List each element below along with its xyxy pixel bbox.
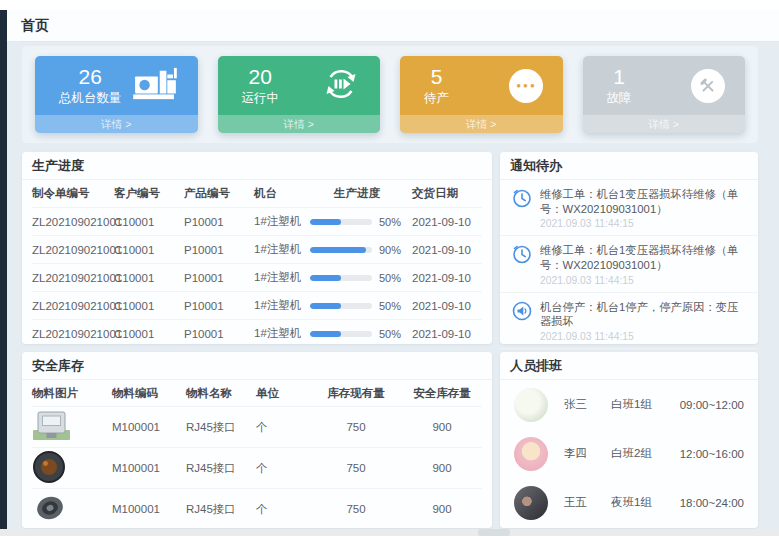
production-progress-panel: 生产进度 制令单编号 客户编号 产品编号 机台 生产进度 交货日期 ZL2021… [22,152,492,344]
shift-time: 12:00~16:00 [680,448,744,460]
stat-card-waiting[interactable]: 5 待产 ●●● 详情 > [400,56,563,133]
round-speaker-image [32,450,112,486]
column-header: 客户编号 [114,186,184,201]
customer-no: C10001 [114,300,184,312]
progress-fill [310,219,341,225]
notification-item[interactable]: 机台停产：机台1停产，停产原因：变压器损坏 2021.09.03 11:44:1… [500,293,758,349]
person-name: 张三 [564,397,611,412]
collapsed-sidebar-edge [0,10,7,536]
tools-icon [691,69,725,103]
detail-link[interactable]: 详情 > [583,115,746,133]
column-header: 制令单编号 [32,186,114,201]
material-unit: 个 [256,461,310,476]
person-name: 李四 [564,446,611,461]
shift-group: 夜班1组 [611,495,680,510]
header-bar: 首页 [7,10,779,42]
table-row: ZL202109021001 C10001 P10001 1#注塑机 50% 2… [32,263,482,291]
detail-link[interactable]: 详情 > [218,115,381,133]
detail-link[interactable]: 详情 > [35,115,198,133]
stat-card-total-machines[interactable]: 26 总机台数量 详情 > [35,56,198,133]
stat-label: 待产 [424,91,449,105]
material-name: RJ45接口 [186,420,256,435]
machine-icon [132,66,178,106]
column-header: 单位 [256,386,310,401]
notifications-panel: 通知待办 维修工单：机台1变压器损坏待维修（单号：WX202109031001）… [500,152,758,344]
stat-card-fault[interactable]: 1 故障 详情 > [583,56,746,133]
customer-no: C10001 [114,244,184,256]
avatar [514,486,548,520]
panel-title: 生产进度 [22,152,492,180]
progress-track [310,303,372,309]
person-name: 王五 [564,495,611,510]
column-header: 生产进度 [310,186,412,201]
order-no: ZL202109021001 [32,328,114,340]
due-date: 2021-09-10 [412,328,482,340]
notification-body: 维修工单：机台1变压器损坏待维修（单号：WX202109031001） 2021… [540,187,748,229]
material-code: M100001 [112,503,186,515]
schedule-row: 王五 夜班1组 18:00~24:00 [500,478,758,527]
due-date: 2021-09-10 [412,244,482,256]
stock-quantity: 750 [310,421,402,433]
safety-quantity: 900 [402,462,482,474]
detail-link[interactable]: 详情 > [400,115,563,133]
notification-item[interactable]: 维修工单：机台1变压器损坏待维修（单号：WX202109031001） 2021… [500,236,758,292]
stat-card-running[interactable]: 20 运行中 [218,56,381,133]
progress-track [310,219,372,225]
stat-value: 5 [424,65,449,89]
column-header: 物料图片 [32,386,112,401]
progress-fill [310,303,341,309]
notification-time: 2021.09.03 11:44:15 [540,275,748,286]
stat-cards-row: 26 总机台数量 详情 > [22,46,758,143]
column-header: 库存现有量 [310,386,402,401]
running-icon [322,65,360,107]
horizontal-scrollbar[interactable] [0,529,779,536]
stat-label: 运行中 [242,91,280,105]
stat-card-text: 26 总机台数量 [59,65,122,106]
notification-body: 机台停产：机台1停产，停产原因：变压器损坏 2021.09.03 11:44:1… [540,300,748,342]
stock-quantity: 750 [310,462,402,474]
table-row: M100001 RJ45接口 个 750 900 [32,488,482,529]
stat-label: 故障 [607,91,632,105]
rj45-connector-image [32,409,112,445]
progress-percent: 50% [379,216,401,228]
product-no: P10001 [184,328,254,340]
order-no: ZL202109021001 [32,272,114,284]
stat-value: 26 [59,65,122,89]
column-header: 安全库存量 [402,386,482,401]
material-code: M100001 [112,421,186,433]
shift-time: 18:00~24:00 [680,497,744,509]
progress-track [310,247,372,253]
notification-body: 维修工单：机台1变压器损坏待维修（单号：WX202109031001） 2021… [540,243,748,285]
shift-group: 白班2组 [611,446,680,461]
progress-cell: 50% [310,328,412,340]
customer-no: C10001 [114,216,184,228]
table-row: M100001 RJ45接口 个 750 900 [32,447,482,488]
speaker-icon [512,300,532,342]
column-header: 交货日期 [412,186,482,201]
stat-card-text: 5 待产 [424,65,449,106]
top-white-bar [0,0,779,10]
product-no: P10001 [184,300,254,312]
stat-label: 总机台数量 [59,91,122,105]
notification-text: 维修工单：机台1变压器损坏待维修（单号：WX202109031001） [540,187,748,216]
stat-cards-container: 26 总机台数量 详情 > [22,46,758,143]
table-row: M100001 RJ45接口 个 750 900 [32,406,482,447]
scrollbar-thumb[interactable] [478,529,510,536]
panel-title: 安全库存 [22,352,492,380]
customer-no: C10001 [114,328,184,340]
production-table: 制令单编号 客户编号 产品编号 机台 生产进度 交货日期 ZL202109021… [22,180,492,347]
progress-cell: 50% [310,272,412,284]
ellipsis-icon: ●●● [509,69,543,103]
clock-icon [512,243,532,285]
safety-inventory-panel: 安全库存 物料图片 物料编码 物料名称 单位 库存现有量 安全库存量 M1000… [22,352,492,528]
shift-time: 09:00~12:00 [680,399,744,411]
progress-track [310,275,372,281]
machine-name: 1#注塑机 [254,214,310,229]
material-unit: 个 [256,420,310,435]
product-no: P10001 [184,272,254,284]
stat-card-text: 1 故障 [607,65,632,106]
inventory-table: 物料图片 物料编码 物料名称 单位 库存现有量 安全库存量 M100001 RJ… [22,380,492,529]
notification-item[interactable]: 维修工单：机台1变压器损坏待维修（单号：WX202109031001） 2021… [500,180,758,236]
table-row: ZL202109021001 C10001 P10001 1#注塑机 90% 2… [32,235,482,263]
progress-cell: 50% [310,300,412,312]
